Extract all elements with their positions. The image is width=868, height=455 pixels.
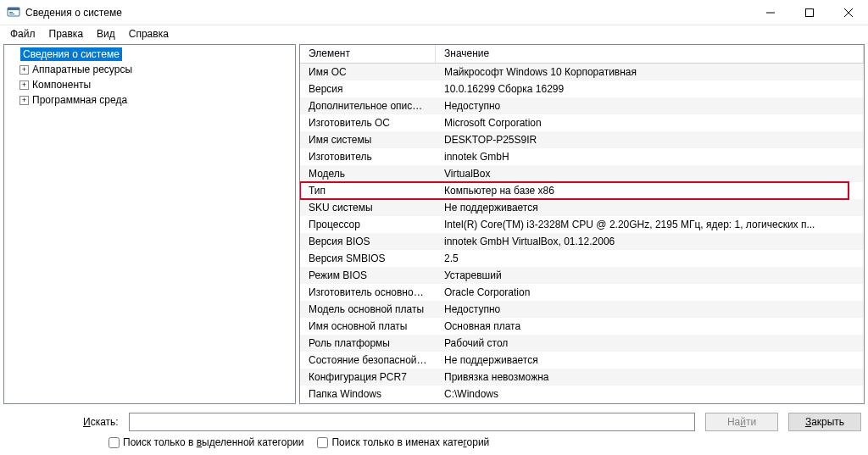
detail-row[interactable]: Папка WindowsC:\Windows [300, 386, 864, 402]
detail-cell-name: Тип [300, 185, 436, 197]
detail-row[interactable]: Версия10.0.16299 Сборка 16299 [300, 80, 864, 97]
detail-scroll[interactable]: Элемент Значение Имя ОСМайкрософт Window… [300, 45, 864, 403]
detail-cell-name: Конфигурация PCR7 [300, 371, 436, 383]
tree-item[interactable]: +Программная среда [4, 92, 295, 108]
detail-cell-name: Версия [300, 83, 436, 95]
svg-rect-3 [9, 14, 14, 14]
app-icon [7, 6, 20, 19]
close-button[interactable] [829, 0, 868, 25]
detail-row[interactable]: ТипКомпьютер на базе x86 [300, 182, 864, 199]
detail-cell-name: Версия SMBIOS [300, 252, 436, 264]
detail-row[interactable]: Версия BIOSinnotek GmbH VirtualBox, 01.1… [300, 233, 864, 250]
main-split: Сведения о системе +Аппаратные ресурсы+К… [3, 44, 865, 404]
close-search-button[interactable]: Закрыть [788, 413, 861, 431]
detail-row[interactable]: Изготовительinnotek GmbH [300, 148, 864, 165]
detail-row[interactable]: Имя основной платыОсновная плата [300, 318, 864, 335]
detail-pane: Элемент Значение Имя ОСМайкрософт Window… [299, 44, 865, 404]
detail-cell-name: Изготовитель [300, 151, 436, 163]
detail-cell-value: Не поддерживается [436, 354, 864, 366]
check-selected-category-box[interactable] [108, 437, 120, 448]
detail-cell-name: Дополнительное описание ОС [300, 100, 436, 112]
detail-cell-value: Не поддерживается [436, 202, 864, 214]
detail-row[interactable]: Дополнительное описание ОСНедоступно [300, 97, 864, 114]
detail-row[interactable]: Версия SMBIOS2.5 [300, 250, 864, 267]
detail-row[interactable]: Изготовитель ОСMicrosoft Corporation [300, 114, 864, 131]
menu-view[interactable]: Вид [90, 26, 122, 42]
tree-root-label: Сведения о системе [20, 47, 122, 61]
window-title: Сведения о системе [25, 7, 122, 19]
menu-help[interactable]: Справка [122, 26, 175, 42]
detail-cell-name: Имя системы [300, 134, 436, 146]
detail-row[interactable]: SKU системыНе поддерживается [300, 199, 864, 216]
title-bar: Сведения о системе [0, 0, 868, 25]
detail-cell-name: Имя ОС [300, 66, 436, 78]
detail-cell-name: Процессор [300, 219, 436, 230]
menu-bar: Файл Правка Вид Справка [0, 25, 868, 42]
tree-item-label: Аппаратные ресурсы [32, 64, 132, 75]
detail-row[interactable]: Режим BIOSУстаревший [300, 267, 864, 284]
window-controls [751, 0, 868, 25]
detail-cell-value: DESKTOP-P25S9IR [436, 134, 864, 146]
detail-cell-value: innotek GmbH [436, 151, 864, 163]
detail-row[interactable]: МодельVirtualBox [300, 165, 864, 182]
detail-cell-name: Изготовитель основной платы [300, 286, 436, 298]
tree: Сведения о системе +Аппаратные ресурсы+К… [4, 45, 295, 109]
svg-rect-1 [8, 8, 19, 10]
check-selected-category-label: Поиск только в выделенной категории [123, 436, 303, 448]
check-category-names-label: Поиск только в именах категорий [331, 436, 489, 448]
search-input[interactable] [129, 413, 695, 431]
expand-icon[interactable]: + [19, 96, 29, 105]
detail-cell-value: Привязка невозможна [436, 371, 864, 383]
check-selected-category[interactable]: Поиск только в выделенной категории [108, 436, 303, 448]
detail-row[interactable]: Изготовитель основной платыOracle Corpor… [300, 284, 864, 301]
check-category-names-box[interactable] [317, 437, 328, 448]
maximize-button[interactable] [790, 0, 829, 25]
detail-row[interactable]: Имя ОСМайкрософт Windows 10 Корпоративна… [300, 64, 864, 80]
detail-row[interactable]: ПроцессорIntel(R) Core(TM) i3-2328M CPU … [300, 216, 864, 233]
minimize-button[interactable] [751, 0, 790, 25]
detail-cell-name: Модель [300, 168, 436, 180]
detail-cell-name: Версия BIOS [300, 236, 436, 247]
tree-item[interactable]: +Компоненты [4, 77, 295, 92]
detail-cell-name: Состояние безопасной загруз... [300, 354, 436, 366]
check-category-names[interactable]: Поиск только в именах категорий [317, 436, 489, 448]
detail-cell-value: 10.0.16299 Сборка 16299 [436, 83, 864, 95]
detail-cell-value: Майкрософт Windows 10 Корпоративная [436, 66, 864, 78]
detail-cell-value: Устаревший [436, 269, 864, 281]
detail-row[interactable]: Модель основной платыНедоступно [300, 301, 864, 318]
detail-cell-name: Роль платформы [300, 337, 436, 349]
detail-cell-name: Папка Windows [300, 388, 436, 400]
column-header-value[interactable]: Значение [436, 45, 864, 63]
expand-icon[interactable]: + [19, 65, 29, 75]
tree-item-label: Компоненты [32, 79, 91, 91]
detail-cell-value: 2.5 [436, 252, 864, 264]
detail-cell-value: Microsoft Corporation [436, 117, 864, 129]
tree-item[interactable]: +Аппаратные ресурсы [4, 62, 295, 77]
detail-cell-value: Основная плата [436, 320, 864, 332]
menu-file[interactable]: Файл [3, 26, 42, 42]
tree-item-label: Программная среда [32, 94, 127, 106]
detail-header: Элемент Значение [300, 45, 864, 64]
svg-rect-2 [9, 12, 13, 13]
find-button[interactable]: Найти [705, 413, 778, 431]
detail-cell-value: Intel(R) Core(TM) i3-2328M CPU @ 2.20GHz… [436, 219, 864, 230]
detail-cell-name: Изготовитель ОС [300, 117, 436, 129]
bottom-panel: Искать: Найти Закрыть Поиск только в выд… [0, 408, 868, 455]
detail-cell-value: C:\Windows [436, 388, 864, 400]
expand-icon[interactable]: + [19, 80, 29, 90]
detail-row[interactable]: Роль платформыРабочий стол [300, 335, 864, 352]
column-header-name[interactable]: Элемент [300, 45, 436, 63]
detail-row[interactable]: Состояние безопасной загруз...Не поддерж… [300, 352, 864, 369]
detail-cell-value: innotek GmbH VirtualBox, 01.12.2006 [436, 236, 864, 247]
search-options-row: Поиск только в выделенной категории Поис… [7, 436, 861, 448]
detail-cell-name: Имя основной платы [300, 320, 436, 332]
detail-row[interactable]: Имя системыDESKTOP-P25S9IR [300, 131, 864, 148]
detail-cell-name: SKU системы [300, 202, 436, 214]
detail-cell-name: Модель основной платы [300, 303, 436, 315]
tree-root[interactable]: Сведения о системе [4, 47, 295, 62]
detail-cell-value: Oracle Corporation [436, 286, 864, 298]
search-label: Искать: [7, 416, 119, 428]
menu-edit[interactable]: Правка [42, 26, 91, 42]
detail-row[interactable]: Конфигурация PCR7Привязка невозможна [300, 369, 864, 386]
search-row: Искать: Найти Закрыть [7, 413, 861, 431]
